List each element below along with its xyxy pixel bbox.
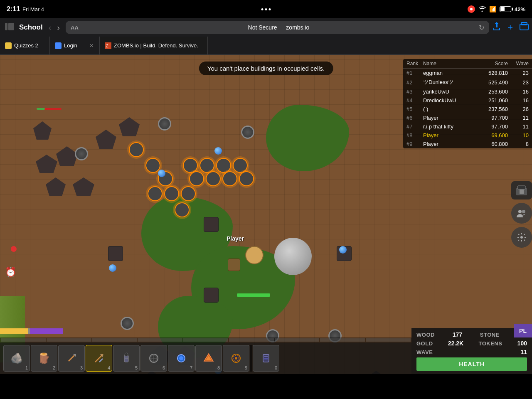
pl-button[interactable]: PL — [514, 324, 532, 337]
dark-turret-2 — [158, 117, 171, 131]
wifi-icon — [478, 6, 486, 13]
browser-bar: School ‹ › AA Not Secure — zombs.io ↻ + — [0, 18, 532, 37]
lb-score: 237,560 — [470, 106, 508, 112]
wall-4 — [204, 288, 219, 303]
forward-button[interactable]: › — [54, 22, 62, 33]
wave-label: WAVE — [416, 349, 433, 355]
lb-score: 60,800 — [470, 141, 508, 147]
tab-bar: Quizzes 2 Login ✕ Z ZOMBS.io | Build. De… — [0, 37, 532, 55]
slot-8-num: 8 — [217, 365, 220, 370]
dot1 — [261, 8, 264, 10]
lb-rank: #4 — [406, 97, 423, 103]
slot-ind-1 — [1, 338, 46, 342]
gold-label: GOLD — [416, 340, 433, 347]
slot-9-num: 9 — [245, 365, 247, 370]
lb-wave: 10 — [508, 132, 529, 138]
lb-score: 97,700 — [470, 123, 508, 130]
blue-orb-3 — [339, 246, 347, 254]
slot-indicators — [0, 337, 411, 342]
player-label: Player — [227, 235, 244, 242]
add-tab-icon[interactable]: + — [507, 22, 513, 33]
turret-8 — [183, 158, 198, 173]
lb-wave: 26 — [508, 106, 529, 112]
inv-slot-9[interactable]: 9 — [223, 345, 249, 372]
slot-9-icon — [230, 352, 242, 365]
tab-login[interactable]: Login ✕ — [50, 37, 100, 54]
lb-row: #3 yarikeUwU 253,600 16 — [403, 87, 532, 96]
players-icon-button[interactable] — [511, 203, 532, 224]
lb-name: Player — [423, 115, 470, 121]
blue-orb-1 — [158, 170, 165, 177]
lb-rank: #1 — [406, 70, 423, 76]
close-login-tab[interactable]: ✕ — [89, 42, 94, 49]
slot-7-num: 7 — [190, 365, 192, 370]
dot2 — [265, 8, 267, 10]
lb-name-header: Name — [423, 61, 470, 66]
wood-value: 177 — [453, 331, 462, 338]
inv-slot-5[interactable]: 5 — [113, 345, 140, 372]
tab-zombs[interactable]: Z ZOMBS.io | Build. Defend. Survive. — [100, 37, 208, 54]
inv-slot-2[interactable]: 🪵 2 — [31, 345, 57, 372]
inv-slot-1[interactable]: 🪨 1 — [3, 345, 30, 372]
store-icon-button[interactable] — [511, 181, 532, 200]
inv-slot-4[interactable]: 4 — [86, 345, 112, 372]
record-button[interactable] — [468, 5, 475, 13]
svg-rect-37 — [264, 360, 268, 360]
inv-slot-7[interactable]: 7 — [168, 345, 195, 372]
slot-ind-2 — [47, 338, 91, 342]
inv-slot-6[interactable]: 6 — [140, 345, 167, 372]
tabs-icon[interactable] — [520, 22, 529, 33]
school-label: School — [19, 23, 43, 32]
svg-point-33 — [235, 357, 237, 360]
slot-2-icon: 🪵 — [38, 353, 50, 363]
svg-point-20 — [125, 353, 128, 356]
quizzes-favicon — [5, 42, 12, 49]
clock-icon: ⏰ — [5, 267, 16, 278]
svg-rect-35 — [264, 356, 268, 357]
turret-6 — [181, 186, 196, 201]
game-container[interactable]: Player ⏰ You can't place buildings in oc… — [0, 55, 532, 374]
turret-15 — [239, 171, 254, 186]
status-bar: 2:11 Fri Mar 4 📶 42% — [0, 0, 532, 18]
turret-5 — [164, 186, 179, 201]
lb-row: #5 ( ) 237,560 26 — [403, 105, 532, 113]
settings-icon-button[interactable] — [511, 227, 532, 248]
lb-score: 253,600 — [470, 89, 508, 95]
xp-bar — [0, 328, 83, 334]
wood-label: WOOD — [416, 332, 435, 338]
inv-slot-0[interactable]: 0 — [253, 345, 279, 372]
blue-orb-5 — [214, 147, 222, 155]
notification-message: You can't place buildings in occupied ce… — [199, 62, 333, 75]
svg-line-18 — [99, 359, 103, 362]
inv-slot-8[interactable]: 8 — [195, 345, 222, 372]
url-bar[interactable]: AA Not Secure — zombs.io ↻ — [66, 21, 489, 34]
slot-5-num: 5 — [135, 365, 138, 370]
signal-icon: 📶 — [489, 6, 496, 12]
leaderboard: Rank Name Score Wave #1 eggman 528,810 2… — [403, 59, 532, 148]
lb-name: ( ) — [423, 106, 470, 112]
slot-4-num: 4 — [108, 365, 110, 370]
gold-tokens-row: GOLD 22.2K TOKENS 100 — [416, 340, 527, 347]
reload-icon[interactable]: ↻ — [479, 24, 484, 32]
back-button[interactable]: ‹ — [46, 22, 54, 33]
turret-13 — [206, 171, 221, 186]
wood-stone-row: WOOD 177 STONE 581 — [416, 331, 527, 338]
slot-1-num: 1 — [25, 365, 28, 370]
lb-wave-header: Wave — [508, 61, 529, 66]
slot-7-icon — [175, 352, 187, 365]
svg-rect-8 — [517, 186, 526, 189]
lb-score: 528,810 — [470, 70, 508, 76]
sidebar-button[interactable] — [3, 21, 16, 34]
lb-wave: 11 — [508, 115, 529, 121]
svg-point-12 — [520, 236, 523, 239]
slot-0-icon — [260, 352, 272, 365]
tab-quizzes[interactable]: Quizzes 2 — [0, 37, 50, 54]
time-display: 2:11 — [7, 5, 20, 13]
share-icon[interactable] — [493, 22, 501, 33]
svg-point-0 — [470, 8, 473, 10]
health-bar-display: HEALTH — [416, 357, 527, 371]
inv-slot-3[interactable]: 3 — [58, 345, 85, 372]
players-icon-svg — [516, 208, 527, 218]
slot-ind-5 — [183, 338, 228, 342]
turret-7 — [175, 202, 190, 217]
